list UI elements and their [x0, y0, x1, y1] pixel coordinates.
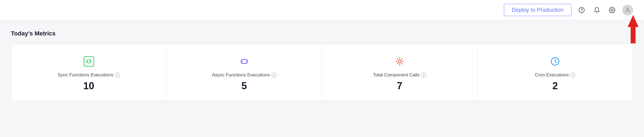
deploy-to-production-button[interactable]: Deploy to Production	[504, 4, 571, 16]
metric-label-sync: Sync Functions Executions i	[58, 72, 120, 78]
info-icon-async: i	[272, 73, 276, 78]
user-avatar-icon	[625, 7, 631, 13]
arrow-up-shape	[628, 15, 639, 27]
sync-icon	[82, 55, 95, 68]
info-icon-component: i	[421, 73, 426, 78]
metric-value-async: 5	[241, 81, 247, 91]
bell-icon-button[interactable]	[592, 5, 602, 15]
info-icon-sync: i	[115, 73, 120, 78]
metric-value-cron: 2	[552, 81, 558, 91]
cron-clock-icon	[549, 55, 562, 68]
metric-value-component: 7	[397, 81, 402, 91]
svg-point-2	[611, 9, 613, 11]
metric-card-async: Async Functions Executions i 5	[167, 44, 322, 101]
svg-point-5	[398, 60, 401, 63]
svg-point-3	[627, 8, 628, 10]
section-title: Today's Metrics	[11, 30, 633, 37]
question-circle-icon	[578, 7, 585, 13]
arrow-indicator	[628, 15, 639, 43]
async-icon	[238, 55, 251, 68]
component-gear-icon	[393, 55, 406, 68]
info-icon-cron: i	[570, 73, 575, 78]
arrow-shaft-shape	[631, 27, 636, 43]
user-avatar[interactable]	[622, 5, 633, 16]
metric-card-sync: Sync Functions Executions i 10	[11, 44, 167, 101]
metrics-grid: Sync Functions Executions i 10 Async Fun…	[11, 44, 633, 101]
metric-value-sync: 10	[83, 81, 94, 91]
metric-label-cron: Cron Executions i	[535, 72, 576, 78]
main-content: Today's Metrics Sync Functions Execution…	[0, 20, 644, 112]
gear-icon-button[interactable]	[607, 5, 617, 15]
svg-rect-4	[84, 56, 94, 66]
help-icon-button[interactable]	[576, 5, 587, 15]
settings-gear-icon	[609, 7, 615, 13]
metric-label-async: Async Functions Executions i	[212, 72, 276, 78]
top-bar: Deploy to Production	[0, 0, 644, 20]
metric-card-cron: Cron Executions i 2	[477, 44, 633, 101]
metric-label-component: Total Component Calls i	[373, 72, 426, 78]
metric-card-component: Total Component Calls i 7	[322, 44, 477, 101]
bell-icon	[594, 7, 600, 13]
